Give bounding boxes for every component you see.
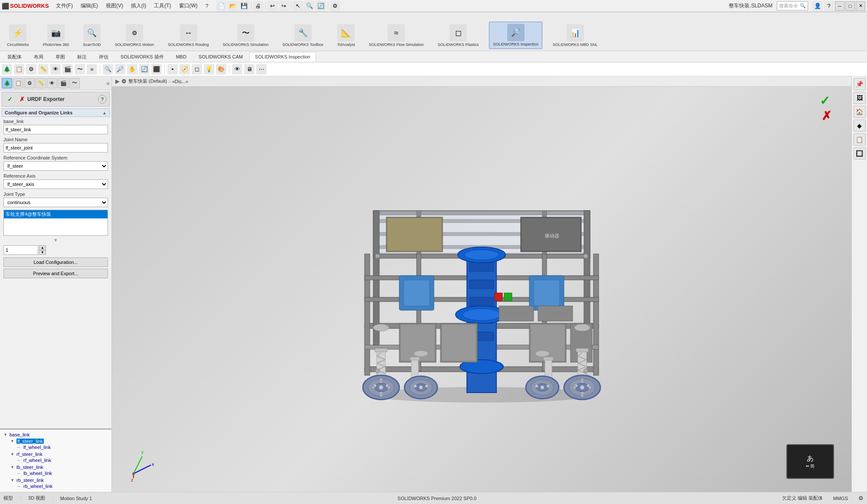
3d-viewport[interactable]: ▶ ⚙ 整车快装 (Default) › «Dis...» ✓ ✗: [112, 76, 851, 492]
tab-sw-addins[interactable]: SOLIDWORKS 插件: [115, 52, 169, 62]
feature-tree-tool[interactable]: 🌲: [2, 78, 12, 88]
addin-simulation[interactable]: 〜 SOLIDWORKS Simulation: [219, 23, 272, 49]
menu-tools[interactable]: 工具(T): [150, 1, 174, 10]
tab-evaluate[interactable]: 评估: [93, 52, 114, 62]
addin-flow[interactable]: ≈ SOLIDWORKS Flow Simulation: [365, 23, 427, 49]
new-icon[interactable]: 📄: [216, 1, 227, 11]
minimize-btn[interactable]: ─: [835, 1, 844, 11]
right-tool-5[interactable]: 🔲: [854, 147, 866, 159]
user-icon[interactable]: 👤: [812, 1, 823, 11]
tree-row-base-link[interactable]: ▼ base_link: [2, 432, 110, 438]
tree-row-lf-wheel[interactable]: ─ lf_wheel_link: [2, 444, 110, 450]
rotate3d-icon[interactable]: 🔄: [139, 64, 150, 75]
child-links-listbox[interactable]: 车轮支撑4@整车快装: [3, 210, 108, 236]
configure-links-section[interactable]: Configure and Organize Links ▲: [2, 108, 110, 117]
view-orient-icon[interactable]: 🧭: [179, 64, 190, 75]
tree-row-rb-steer[interactable]: ▼ rb_steer_link: [2, 477, 110, 483]
cam-tool[interactable]: 🎬: [58, 78, 68, 88]
addin-toolbox[interactable]: 🔧 SOLIDWORKS Toolbox: [279, 23, 326, 49]
search-icon[interactable]: 🔍: [800, 3, 806, 9]
displaymgr-icon[interactable]: 👁: [50, 64, 61, 75]
tree-row-rb-wheel[interactable]: ─ rb_wheel_link: [2, 483, 110, 489]
open-icon[interactable]: 📂: [228, 1, 238, 11]
viewport-cancel-icon[interactable]: ✗: [821, 109, 831, 123]
dim-xpert-tool[interactable]: 📏: [36, 78, 46, 88]
tree-row-lf-steer[interactable]: ▼ lf_steer_link: [2, 438, 110, 444]
display-style-icon[interactable]: ◻: [192, 64, 202, 75]
addin-routing[interactable]: ↔ SOLIDWORKS Routing: [164, 23, 212, 49]
rotate-icon[interactable]: 🔄: [316, 1, 326, 11]
tree-row-lb-steer[interactable]: ▼ lb_steer_link: [2, 464, 110, 470]
viewport-accept-icon[interactable]: ✓: [820, 94, 830, 108]
tab-layout[interactable]: 布局: [28, 52, 49, 62]
ref-coord-select[interactable]: lf_steer: [3, 161, 108, 171]
breadcrumb-state[interactable]: «Dis...»: [172, 79, 188, 84]
config-tool[interactable]: ⚙: [24, 78, 35, 88]
urdf-accept-btn[interactable]: ✓: [5, 94, 15, 104]
link-name-input[interactable]: [3, 125, 108, 134]
menu-insert[interactable]: 插入(I): [127, 1, 150, 10]
status-model-tab[interactable]: 模型: [3, 495, 13, 501]
select-icon[interactable]: ↖: [293, 1, 303, 11]
zoom-select-icon[interactable]: 🔎: [115, 64, 125, 75]
settings-icon[interactable]: ⚙: [330, 1, 340, 11]
tree-row-rf-steer[interactable]: ▼ rf_steer_link: [2, 451, 110, 457]
tab-assembly[interactable]: 装配体: [2, 52, 27, 62]
sim-tool[interactable]: 〜: [69, 78, 80, 88]
display-mgr-tool[interactable]: 👁: [47, 78, 57, 88]
ref-axis-select[interactable]: lf_steer_axis: [3, 179, 108, 189]
pan-icon[interactable]: ✋: [127, 64, 137, 75]
simulation-tab-icon[interactable]: 〜: [75, 64, 85, 75]
addin-circuitworks[interactable]: ⚡ CircuitWorks: [3, 23, 33, 49]
print-icon[interactable]: 🖨: [253, 1, 264, 11]
urdf-help-btn[interactable]: ?: [98, 95, 107, 104]
propmgr-icon[interactable]: 📋: [14, 64, 24, 75]
menu-edit[interactable]: 编辑(E): [77, 1, 101, 10]
joint-type-select[interactable]: continuous: [3, 198, 108, 207]
tab-sketch[interactable]: 草图: [50, 52, 71, 62]
load-config-btn[interactable]: Load Configuration...: [3, 257, 108, 267]
addin-motion[interactable]: ⚙ SOLIDWORKS Motion: [111, 23, 158, 49]
addin-tolanalyst[interactable]: 📐 TolAnalyst: [334, 23, 359, 49]
redo-icon[interactable]: ↪: [279, 1, 289, 11]
hide-show-icon[interactable]: 👁: [232, 64, 242, 75]
status-motion-tab[interactable]: Motion Study 1: [60, 496, 92, 501]
save-icon[interactable]: 💾: [239, 1, 249, 11]
addin-plastics[interactable]: ◻ SOLIDWORKS Plastics: [434, 23, 482, 49]
screen-icon[interactable]: 🖥: [244, 64, 254, 75]
more-icon[interactable]: »: [87, 64, 97, 75]
tree-row-lb-wheel[interactable]: ─ lb_wheel_link: [2, 470, 110, 476]
zoom-icon[interactable]: 🔍: [304, 1, 315, 11]
lighting-icon[interactable]: 💡: [204, 64, 214, 75]
status-3d-view-tab[interactable]: 3D 视图: [28, 495, 45, 501]
view-search-icon[interactable]: 🔍: [103, 64, 113, 75]
right-tool-2[interactable]: 🏠: [854, 106, 866, 118]
addin-mbd-snl[interactable]: 📊 SOLIDWORKS MBD SNL: [549, 23, 601, 49]
cam-icon[interactable]: 🎬: [62, 64, 73, 75]
featuremgr-icon[interactable]: 🌲: [2, 64, 12, 75]
listbox-item-0[interactable]: 车轮支撑4@整车快装: [4, 210, 108, 218]
breadcrumb-part[interactable]: 整车快装 (Default): [128, 78, 167, 85]
right-tool-3[interactable]: ◆: [854, 120, 866, 132]
status-gear-icon[interactable]: ⚙: [858, 495, 864, 501]
menu-help[interactable]: ?: [202, 2, 212, 10]
tree-row-rf-wheel[interactable]: ─ rf_wheel_link: [2, 457, 110, 463]
joint-name-input[interactable]: [3, 143, 108, 153]
section-view-icon[interactable]: ▪: [167, 64, 178, 75]
addin-photoview[interactable]: 📷 PhotoView 360: [39, 23, 72, 49]
spinner-down-btn[interactable]: ▼: [39, 250, 46, 255]
spinner-input[interactable]: [3, 245, 38, 255]
tab-sw-cam[interactable]: SOLIDWORKS CAM: [193, 52, 248, 61]
right-tool-1[interactable]: 🖼: [854, 92, 866, 104]
tab-sw-inspection[interactable]: SOLIDWORKS Inspection: [249, 52, 316, 62]
help-icon[interactable]: ?: [824, 1, 834, 11]
prop-manager-tool[interactable]: 📋: [13, 78, 23, 88]
menu-view[interactable]: 视图(V): [102, 1, 127, 10]
menu-window[interactable]: 窗口(W): [176, 1, 201, 10]
preview-export-btn[interactable]: Preview and Export...: [3, 269, 108, 278]
more-view-icon[interactable]: ⋯: [256, 64, 267, 75]
addin-inspection[interactable]: 🔎 SOLIDWORKS Inspection: [489, 22, 542, 49]
addin-scanto3d[interactable]: 🔍 ScanTo3D: [79, 23, 104, 49]
tab-annotation[interactable]: 标注: [72, 52, 92, 62]
close-btn[interactable]: ✕: [856, 1, 865, 11]
